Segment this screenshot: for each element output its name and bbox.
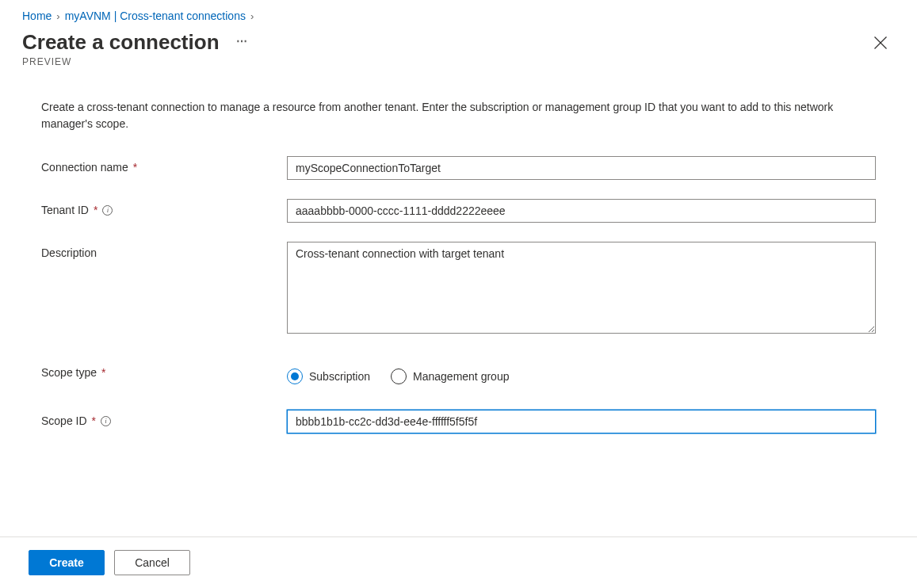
label-tenant-id: Tenant ID* i	[41, 199, 287, 216]
form-content: Create a cross-tenant connection to mana…	[0, 72, 917, 433]
row-tenant-id: Tenant ID* i	[41, 199, 876, 223]
connection-name-input[interactable]	[287, 156, 876, 180]
create-button[interactable]: Create	[29, 550, 105, 575]
info-icon[interactable]: i	[102, 205, 113, 216]
description-input[interactable]: Cross-tenant connection with target tena…	[287, 242, 876, 334]
intro-text: Create a cross-tenant connection to mana…	[41, 99, 876, 132]
scope-id-input[interactable]	[287, 410, 876, 433]
row-scope-id: Scope ID* i	[41, 410, 876, 433]
breadcrumb: Home › myAVNM | Cross-tenant connections…	[0, 0, 917, 22]
row-scope-type: Scope type* Subscription Management grou…	[41, 361, 876, 384]
required-star: *	[133, 161, 137, 174]
close-icon	[873, 35, 888, 51]
required-star: *	[101, 366, 105, 379]
cancel-button[interactable]: Cancel	[114, 550, 190, 575]
label-connection-name: Connection name*	[41, 156, 287, 174]
label-description: Description	[41, 242, 287, 259]
label-scope-id: Scope ID* i	[41, 410, 287, 427]
footer-actions: Create Cancel	[0, 536, 917, 588]
required-star: *	[92, 414, 96, 427]
close-button[interactable]	[873, 35, 888, 51]
breadcrumb-home[interactable]: Home	[22, 10, 52, 22]
radio-subscription[interactable]: Subscription	[287, 368, 370, 384]
required-star: *	[94, 204, 97, 216]
scope-type-radio-group: Subscription Management group	[287, 361, 876, 384]
page-title: Create a connection ⋯	[22, 30, 248, 55]
radio-management-group[interactable]: Management group	[391, 368, 509, 384]
row-connection-name: Connection name*	[41, 156, 876, 180]
page-subtitle: PREVIEW	[22, 56, 248, 67]
label-scope-type: Scope type*	[41, 361, 287, 379]
info-icon[interactable]: i	[101, 416, 111, 426]
more-icon[interactable]: ⋯	[236, 35, 248, 48]
tenant-id-input[interactable]	[287, 199, 876, 223]
chevron-right-icon: ›	[250, 10, 254, 22]
radio-icon-selected	[287, 368, 303, 384]
chevron-right-icon: ›	[56, 10, 59, 22]
breadcrumb-parent[interactable]: myAVNM | Cross-tenant connections	[65, 10, 246, 22]
row-description: Description Cross-tenant connection with…	[41, 242, 876, 336]
radio-icon-unselected	[391, 368, 407, 384]
page-header: Create a connection ⋯ PREVIEW	[0, 22, 917, 72]
